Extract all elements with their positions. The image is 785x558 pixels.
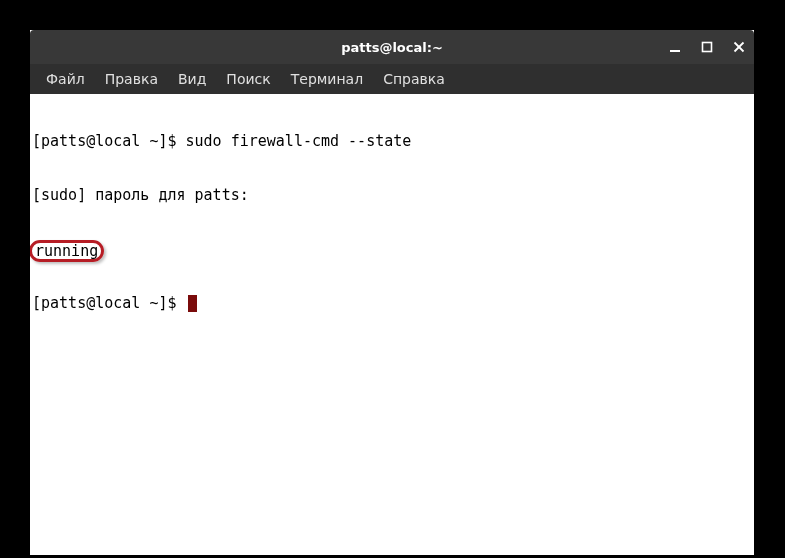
svg-rect-1 [703,43,712,52]
terminal-area[interactable]: [patts@local ~]$ sudo firewall-cmd --sta… [30,94,754,555]
menubar: Файл Правка Вид Поиск Терминал Справка [30,64,754,94]
cursor [188,295,197,312]
command-text: sudo firewall-cmd --state [186,132,412,150]
terminal-line: [patts@local ~]$ [32,294,754,312]
menu-terminal[interactable]: Терминал [281,66,373,92]
minimize-icon [669,41,681,53]
maximize-button[interactable] [700,40,714,54]
sudo-prompt: [sudo] пароль для patts: [32,186,258,204]
menu-view[interactable]: Вид [168,66,216,92]
highlighted-output: running [30,240,104,262]
close-icon [733,41,745,53]
window-title: patts@local:~ [341,40,443,55]
prompt: [patts@local ~]$ [32,294,186,312]
menu-edit[interactable]: Правка [95,66,168,92]
svg-rect-0 [670,50,680,52]
maximize-icon [701,41,713,53]
menu-search[interactable]: Поиск [216,66,280,92]
window-controls [668,30,746,64]
terminal-line: [patts@local ~]$ sudo firewall-cmd --sta… [32,132,754,150]
prompt: [patts@local ~]$ [32,132,186,150]
terminal-line: [sudo] пароль для patts: [32,186,754,204]
terminal-window: patts@local:~ Файл Правка Вид Поиск Терм… [30,30,754,555]
minimize-button[interactable] [668,40,682,54]
close-button[interactable] [732,40,746,54]
menu-file[interactable]: Файл [36,66,95,92]
terminal-line: running [32,240,754,258]
menu-help[interactable]: Справка [373,66,455,92]
titlebar[interactable]: patts@local:~ [30,30,754,64]
status-output: running [35,242,98,260]
